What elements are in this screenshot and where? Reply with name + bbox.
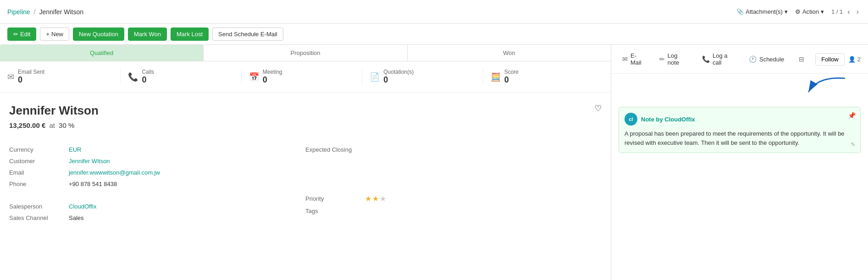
lead-name-row: Jennifer Witson ♡: [9, 104, 602, 118]
score-icon: 🧮: [491, 72, 501, 82]
new-quotation-button[interactable]: New Quotation: [73, 27, 124, 41]
attachment-icon: 📎: [736, 8, 744, 15]
lead-amount: 13,250.00 €: [9, 121, 45, 129]
email-value[interactable]: jennifer.wwwwitson@gmail.com.jw: [69, 169, 160, 176]
sales-channel-value: Sales: [69, 214, 84, 221]
priority-stars[interactable]: ★ ★ ★: [365, 194, 386, 203]
salesperson-value[interactable]: CloudOffix: [69, 203, 96, 210]
customer-value[interactable]: Jennifer Witson: [69, 158, 110, 165]
edit-button[interactable]: ✏ Edit: [7, 27, 36, 41]
attachment-button[interactable]: 📎 Attachment(s) ▾: [736, 8, 788, 15]
stat-email-sent[interactable]: ✉ Email Sent 0: [7, 69, 121, 85]
salesperson-row: Salesperson CloudOffix: [9, 201, 305, 212]
email-action[interactable]: ✉ E-Mail: [619, 50, 648, 68]
note-container: cl Note by CloudOffix 📌 A proposal has b…: [611, 101, 868, 159]
breadcrumb-separator: /: [34, 8, 36, 16]
action-bar: ✏ Edit + New New Quotation Mark Won Mark…: [0, 24, 868, 45]
tags-row: Tags: [305, 205, 602, 217]
main-content: Qualified Proposition Won ✉ Email Sent 0…: [0, 45, 868, 280]
fields-grid: Currency EUR Customer Jennifer Witson Em…: [9, 140, 602, 227]
stage-won[interactable]: Won: [408, 45, 611, 61]
stat-quotation[interactable]: 📄 Quotation(s) 0: [362, 69, 483, 85]
pagination-prev[interactable]: ‹: [846, 7, 851, 17]
lead-at: at: [49, 121, 55, 129]
pin-icon[interactable]: 📌: [848, 112, 856, 119]
tags-label: Tags: [305, 208, 365, 214]
arrow-annotation: [611, 74, 868, 101]
lead-content: Jennifer Witson ♡ 13,250.00 € at 30 % Cu…: [0, 93, 611, 238]
note-text: A proposal has been prepared to meet the…: [625, 129, 855, 147]
left-fields: Currency EUR Customer Jennifer Witson Em…: [9, 140, 305, 227]
phone-row: Phone +90 878 541 8438: [9, 178, 305, 190]
followers-icon: 👤: [848, 56, 856, 63]
email-row: Email jennifer.wwwwitson@gmail.com.jw: [9, 167, 305, 178]
note-author: Note by CloudOffix: [641, 116, 695, 123]
quotation-icon: 📄: [370, 72, 380, 82]
mark-won-button[interactable]: Mark Won: [128, 27, 167, 41]
stat-score[interactable]: 🧮 Score 0: [483, 69, 603, 85]
lead-name: Jennifer Witson: [9, 104, 99, 118]
sales-channel-row: Sales Channel Sales: [9, 212, 305, 224]
phone-label: Phone: [9, 181, 69, 187]
action-button[interactable]: ⚙ Action ▾: [795, 8, 824, 15]
filter-icon: ⊟: [799, 55, 804, 63]
pagination-next[interactable]: ›: [855, 7, 861, 17]
log-note-action[interactable]: ✏ Log note: [656, 50, 691, 68]
send-schedule-button[interactable]: Send Schedule E-Mail: [212, 27, 283, 41]
phone-icon: 📞: [702, 55, 710, 63]
follow-button[interactable]: Follow: [815, 53, 845, 66]
currency-row: Currency EUR: [9, 144, 305, 155]
edit-icon: ✏: [13, 31, 18, 38]
expected-closing-row: Expected Closing: [305, 144, 602, 155]
currency-value[interactable]: EUR: [69, 146, 81, 153]
new-plus-icon: +: [46, 31, 50, 38]
arrow-svg: [772, 74, 863, 99]
followers-count: 👤 2: [848, 56, 861, 63]
new-button[interactable]: + New: [40, 27, 69, 41]
mark-lost-button[interactable]: Mark Lost: [171, 27, 209, 41]
stat-meeting[interactable]: 📅 Meeting 0: [242, 69, 362, 85]
breadcrumb-parent[interactable]: Pipeline: [7, 8, 30, 16]
gear-icon: ⚙: [795, 8, 801, 15]
stage-proposition[interactable]: Proposition: [204, 45, 407, 61]
stage-qualified[interactable]: Qualified: [0, 45, 204, 61]
left-panel: Qualified Proposition Won ✉ Email Sent 0…: [0, 45, 611, 280]
breadcrumb-current: Jennifer Witson: [39, 8, 83, 16]
note-avatar: cl: [625, 113, 637, 126]
lead-amount-row: 13,250.00 € at 30 %: [9, 121, 602, 129]
favorite-icon[interactable]: ♡: [594, 104, 602, 114]
note-item: cl Note by CloudOffix 📌 A proposal has b…: [619, 107, 861, 153]
email-icon: ✉: [622, 55, 628, 63]
breadcrumb: Pipeline / Jennifer Witson: [7, 8, 83, 16]
pagination: 1 / 1 ‹ ›: [831, 7, 861, 17]
stat-calls[interactable]: 📞 Calls 0: [121, 69, 241, 85]
schedule-action[interactable]: 🕐 Schedule: [745, 54, 788, 65]
customer-row: Customer Jennifer Witson: [9, 155, 305, 167]
edit-note-icon[interactable]: ✎: [851, 141, 856, 148]
stats-bar: ✉ Email Sent 0 📞 Calls 0 📅 Meeting 0: [0, 61, 611, 93]
action-chevron-icon: ▾: [821, 8, 824, 15]
sales-channel-label: Sales Channel: [9, 214, 69, 221]
priority-row: Priority ★ ★ ★: [305, 192, 602, 205]
customer-label: Customer: [9, 158, 69, 165]
lead-percentage: 30 %: [59, 121, 74, 129]
filter-action[interactable]: ⊟: [795, 54, 808, 65]
chatter-header: ✉ E-Mail ✏ Log note 📞 Log a call 🕐 Sched…: [611, 45, 868, 74]
star-2[interactable]: ★: [372, 194, 379, 203]
schedule-icon: 🕐: [749, 55, 757, 63]
log-note-icon: ✏: [659, 55, 665, 63]
log-call-action[interactable]: 📞 Log a call: [698, 50, 738, 68]
calls-icon: 📞: [128, 72, 138, 82]
follow-section: Follow 👤 2: [815, 53, 861, 66]
meeting-icon: 📅: [249, 72, 259, 82]
star-3[interactable]: ★: [380, 194, 386, 203]
priority-label: Priority: [305, 195, 365, 202]
expected-closing-label: Expected Closing: [305, 146, 365, 153]
note-header: cl Note by CloudOffix: [625, 113, 855, 126]
salesperson-label: Salesperson: [9, 203, 69, 210]
stage-bar: Qualified Proposition Won: [0, 45, 611, 61]
attachment-chevron-icon: ▾: [785, 8, 788, 15]
email-label: Email: [9, 169, 69, 176]
star-1[interactable]: ★: [365, 194, 371, 203]
right-panel: ✉ E-Mail ✏ Log note 📞 Log a call 🕐 Sched…: [611, 45, 868, 280]
